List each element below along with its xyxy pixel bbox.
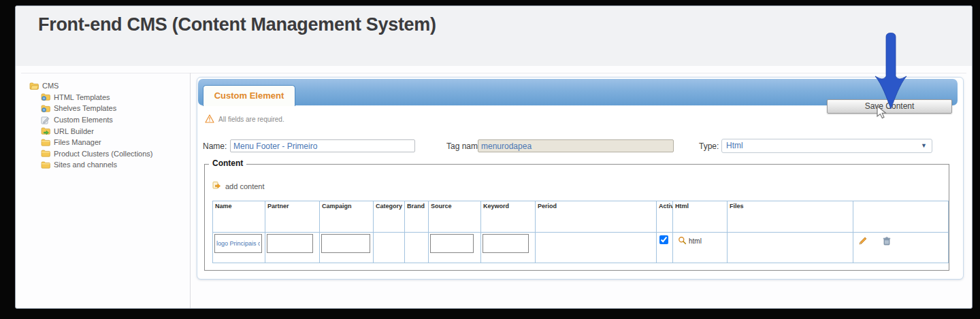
sidebar-item-files-manager[interactable]: Files Manager <box>29 137 187 148</box>
sidebar-item-custom-elements[interactable]: Custom Elements <box>29 114 187 126</box>
row-period-cell <box>536 233 657 263</box>
app-window: Front-end CMS (Content Management System… <box>15 5 973 309</box>
tab-custom-element[interactable]: Custom Element <box>203 85 295 106</box>
sidebar-divider <box>190 73 191 308</box>
add-content-link[interactable]: add content <box>212 181 265 191</box>
col-header-keyword: Keyword <box>481 201 536 233</box>
annotation-arrow-icon <box>864 27 919 116</box>
add-content-icon <box>212 181 221 191</box>
add-content-label: add content <box>225 182 265 190</box>
name-label: Name: <box>203 141 227 151</box>
table-row: html <box>213 233 949 263</box>
sidebar-item-label: Custom Elements <box>54 116 113 124</box>
sidebar-item-cms[interactable]: CMS <box>29 80 187 92</box>
folder-icon <box>41 149 50 158</box>
row-partner-input[interactable] <box>267 234 313 253</box>
row-brand-cell <box>405 233 429 263</box>
type-select[interactable]: Html ▼ <box>721 139 932 153</box>
edit-pencil-icon[interactable] <box>858 236 868 248</box>
row-campaign-input[interactable] <box>321 234 370 253</box>
table-header-row: Name Partner Campaign Category Brand Sou… <box>213 201 949 233</box>
warning-text: All fields are required. <box>218 116 284 123</box>
magnifier-icon <box>678 236 687 246</box>
sidebar-item-label: URL Builder <box>54 127 94 135</box>
sidebar-item-product-clusters[interactable]: Product Clusters (Collections) <box>29 148 187 160</box>
col-header-campaign: Campaign <box>320 201 374 233</box>
row-source-input[interactable] <box>430 234 474 253</box>
col-header-actions <box>853 201 949 233</box>
folder-icon <box>41 161 50 169</box>
header-separator <box>21 73 966 73</box>
row-html-link[interactable]: html <box>678 236 725 246</box>
sidebar-item-label: CMS <box>42 82 59 90</box>
folder-link-icon <box>41 127 50 135</box>
content-table: Name Partner Campaign Category Brand Sou… <box>212 201 949 263</box>
name-input[interactable] <box>230 139 415 152</box>
sidebar-item-url-builder[interactable]: URL Builder <box>29 125 187 137</box>
edit-page-icon <box>41 116 50 124</box>
col-header-html: Html <box>673 201 728 233</box>
required-fields-warning: All fields are required. <box>205 114 284 124</box>
sidebar-item-label: HTML Templates <box>54 93 110 101</box>
row-files-cell <box>728 233 853 263</box>
mouse-cursor <box>877 105 887 120</box>
tag-name-input[interactable] <box>478 139 674 152</box>
page-title: Front-end CMS (Content Management System… <box>38 14 436 35</box>
trash-icon[interactable] <box>883 236 891 248</box>
col-header-partner: Partner <box>265 201 320 233</box>
sidebar-item-label: Shelves Templates <box>54 104 116 112</box>
folder-open-icon <box>29 82 39 90</box>
sidebar-item-shelves-templates[interactable]: Shelves Templates <box>29 103 187 114</box>
sidebar-item-html-templates[interactable]: HTML Templates <box>29 92 187 103</box>
sidebar-tree: CMS HTML Templates Shelves Templates Cus… <box>29 80 187 171</box>
row-active-checkbox[interactable] <box>659 235 668 244</box>
row-category-cell <box>374 233 405 263</box>
chevron-down-icon: ▼ <box>921 139 927 152</box>
content-legend: Content <box>209 158 246 168</box>
col-header-active: Active <box>657 201 673 233</box>
sidebar-item-sites-and-channels[interactable]: Sites and channels <box>29 159 187 171</box>
folder-template-icon <box>41 104 50 113</box>
type-label: Type: <box>699 141 719 151</box>
col-header-name: Name <box>213 201 265 233</box>
sidebar-item-label: Files Manager <box>54 138 101 146</box>
sidebar-item-label: Sites and channels <box>54 161 117 169</box>
row-html-label: html <box>689 237 702 245</box>
col-header-brand: Brand <box>405 201 429 233</box>
row-name-input[interactable] <box>214 234 262 253</box>
custom-element-panel: Custom Element Save Content All fields a… <box>197 77 964 280</box>
folder-template-icon <box>41 93 50 101</box>
warning-icon <box>205 114 214 124</box>
page-header: Front-end CMS (Content Management System… <box>16 6 972 66</box>
row-keyword-input[interactable] <box>483 234 529 253</box>
col-header-category: Category <box>374 201 405 233</box>
type-select-value: Html <box>726 141 743 150</box>
sidebar-item-label: Product Clusters (Collections) <box>54 150 153 158</box>
folder-icon <box>41 138 50 147</box>
col-header-source: Source <box>429 201 481 233</box>
col-header-period: Period <box>536 201 657 233</box>
col-header-files: Files <box>728 201 853 233</box>
